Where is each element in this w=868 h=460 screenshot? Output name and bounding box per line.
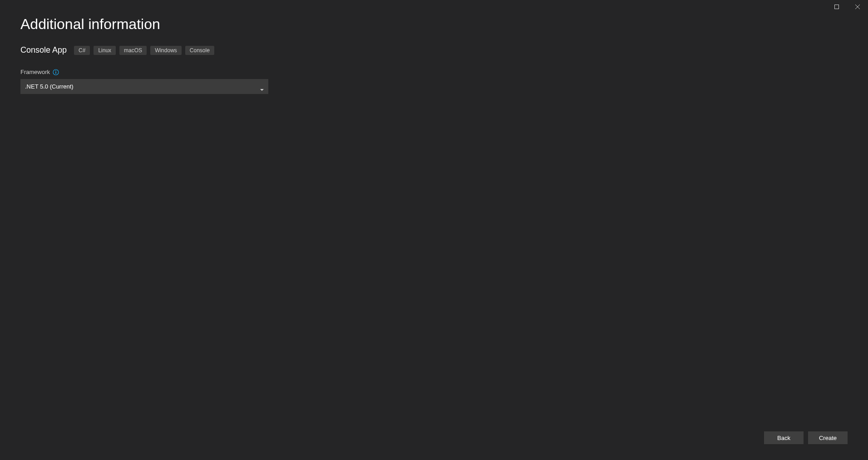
tag-windows: Windows [150, 46, 182, 55]
svg-rect-5 [55, 72, 56, 74]
chevron-down-icon [260, 85, 264, 89]
content-area: Additional information Console App C# Li… [0, 0, 868, 460]
footer-buttons: Back Create [764, 431, 848, 444]
framework-label-row: Framework [20, 69, 848, 75]
tag-console: Console [185, 46, 214, 55]
page-title: Additional information [20, 16, 848, 33]
tag-linux: Linux [94, 46, 116, 55]
subtitle: Console App [20, 45, 67, 55]
framework-dropdown[interactable]: .NET 5.0 (Current) [20, 79, 268, 94]
create-button[interactable]: Create [808, 431, 848, 444]
svg-point-4 [55, 70, 56, 71]
back-button[interactable]: Back [764, 431, 804, 444]
tag-list: C# Linux macOS Windows Console [74, 46, 214, 55]
subtitle-row: Console App C# Linux macOS Windows Conso… [20, 45, 848, 55]
tag-macos: macOS [119, 46, 147, 55]
tag-csharp: C# [74, 46, 90, 55]
info-icon[interactable] [53, 69, 59, 75]
framework-dropdown-value: .NET 5.0 (Current) [25, 83, 74, 90]
framework-label: Framework [20, 69, 50, 75]
